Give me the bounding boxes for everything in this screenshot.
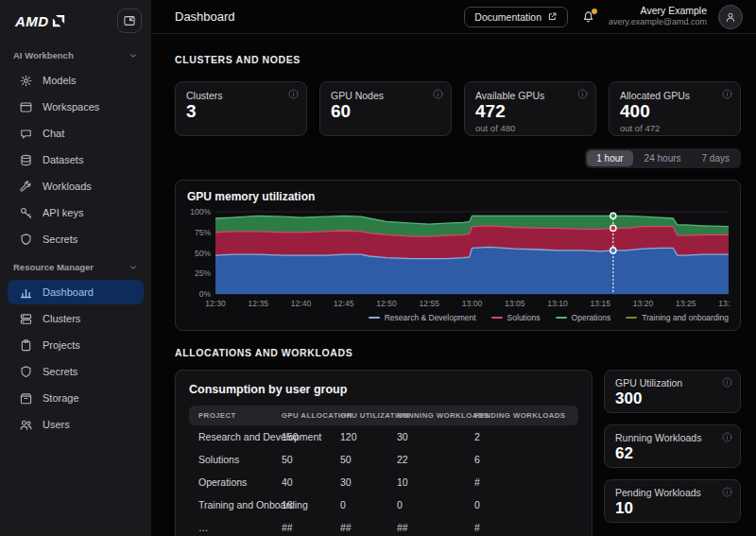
chevron-down-icon [129, 51, 138, 61]
table-cell-pending_workloads: 0 [474, 499, 578, 510]
table-cell-running_workloads: 10 [397, 476, 474, 488]
stat-card-clusters: Clusters3 [175, 81, 307, 136]
avatar[interactable] [718, 5, 743, 29]
amd-logo-text: AMD [15, 13, 49, 29]
table-row: Training and Onboarding16000 [189, 493, 578, 516]
legend-item-operations[interactable]: Operations [556, 313, 611, 322]
sidebar-item-chat[interactable]: Chat [8, 121, 144, 146]
page-title: Dashboard [175, 9, 235, 24]
chart-legend: Research & DevelopmentSolutionsOperation… [187, 313, 729, 324]
documentation-button[interactable]: Documentation [464, 7, 568, 27]
info-icon[interactable] [721, 486, 733, 498]
collapse-sidebar-button[interactable] [117, 9, 142, 33]
svg-text:0%: 0% [199, 289, 212, 299]
sidebar-item-workspaces[interactable]: Workspaces [8, 95, 144, 119]
gpu-memory-chart[interactable]: 0%25%50%75%100%12:3012:3512:4012:4512:50… [187, 207, 730, 311]
legend-item-research-development[interactable]: Research & Development [369, 313, 476, 322]
table-cell-project: Operations [189, 476, 282, 488]
key-icon [19, 206, 33, 220]
window-icon [19, 100, 33, 114]
table-header-row: PROJECTGPU ALLOCATIONGPU UTILIZATIONRUNN… [189, 406, 578, 425]
stat-card-gpu-nodes: GPU Nodes60 [319, 81, 452, 136]
info-icon[interactable] [721, 376, 733, 389]
table-cell-gpu_allocation: 40 [282, 476, 340, 488]
time-range-option-24-hours[interactable]: 24 hours [635, 150, 691, 166]
legend-item-training-and-onboarding[interactable]: Training and onboarding [626, 313, 729, 322]
svg-text:12:40: 12:40 [291, 299, 312, 308]
legend-swatch [369, 317, 380, 320]
sidebar-item-api-keys[interactable]: API keys [8, 200, 144, 225]
info-icon[interactable] [576, 88, 589, 100]
kpi-card-value: 62 [615, 444, 730, 463]
time-range-option-1-hour[interactable]: 1 hour [587, 150, 632, 166]
sidebar-item-label: Chat [43, 128, 64, 139]
svg-text:100%: 100% [190, 207, 211, 216]
svg-text:25%: 25% [195, 268, 211, 278]
table-cell-project: … [189, 522, 282, 533]
server-icon [19, 312, 33, 326]
shield-icon [19, 365, 33, 379]
table-column-header: GPU ALLOCATION [282, 411, 340, 420]
svg-text:12:50: 12:50 [376, 299, 397, 308]
wrench-icon [19, 180, 33, 194]
info-icon[interactable] [721, 88, 733, 100]
clipboard-icon [19, 338, 33, 353]
table-row: Research and Development150120302 [189, 425, 578, 448]
kpi-card-column: GPU Utilization300Running Workloads62Pen… [604, 370, 741, 523]
main-area: Dashboard Documentation [151, 0, 756, 536]
info-icon[interactable] [432, 88, 444, 100]
table-cell-gpu_allocation: 150 [282, 431, 340, 442]
stat-card-label: GPU Nodes [331, 90, 440, 101]
table-cell-gpu_utilization: 50 [340, 454, 397, 465]
info-icon[interactable] [287, 88, 300, 100]
kpi-card-label: Running Workloads [615, 432, 730, 443]
kpi-card-label: Pending Workloads [615, 487, 730, 498]
chat-bubble-icon [19, 127, 33, 141]
legend-swatch [556, 317, 567, 320]
sidebar-item-projects[interactable]: Projects [8, 333, 144, 357]
table-row-clipped: …####### [189, 516, 578, 536]
nav-group-header-resource-manager[interactable]: Resource Manager [0, 253, 151, 278]
bottom-grid: Consumption by user group PROJECTGPU ALL… [175, 370, 741, 536]
nav-group-header-ai-workbench[interactable]: AI Workbench [0, 42, 151, 66]
kpi-card-value: 10 [615, 499, 730, 518]
table-cell-project: Training and Onboarding [189, 499, 282, 510]
sidebar-item-dashboard[interactable]: Dashboard [8, 280, 144, 304]
notifications-button[interactable] [579, 8, 597, 26]
sidebar-item-storage[interactable]: Storage [8, 386, 144, 410]
sidebar-item-rm-secrets[interactable]: Secrets [8, 359, 144, 384]
info-icon[interactable] [721, 431, 733, 443]
sidebar-item-models[interactable]: Models [8, 68, 144, 93]
sidebar-item-datasets[interactable]: Datasets [8, 147, 144, 172]
table-body: Research and Development150120302Solutio… [189, 425, 578, 536]
sidebar-item-label: Storage [43, 392, 79, 404]
table-cell-gpu_allocation: 50 [282, 454, 340, 465]
amd-arrow-icon [52, 14, 65, 27]
table-cell-pending_workloads: 6 [474, 454, 578, 465]
sidebar-item-label: Datasets [43, 154, 83, 165]
stat-card-value: 3 [186, 102, 296, 122]
header-actions: Documentation Ave [464, 5, 743, 29]
chart-title: GPU memory utilization [187, 190, 729, 203]
sidebar-item-label: Workspaces [43, 101, 99, 112]
sidebar-item-secrets[interactable]: Secrets [8, 227, 144, 251]
table-cell-running_workloads: 22 [397, 454, 474, 465]
sidebar-item-workloads[interactable]: Workloads [8, 174, 144, 199]
table-cell-gpu_utilization: ## [340, 522, 397, 533]
svg-text:13:10: 13:10 [547, 299, 568, 308]
svg-text:13:25: 13:25 [676, 299, 696, 308]
top-header: Dashboard Documentation [151, 0, 756, 34]
legend-item-solutions[interactable]: Solutions [491, 313, 541, 322]
user-email: avery.example@amd.com [609, 17, 707, 27]
svg-text:12:30: 12:30 [205, 299, 226, 308]
sidebar-item-clusters[interactable]: Clusters [8, 306, 144, 331]
table-cell-gpu_utilization: 30 [340, 476, 397, 488]
gear-icon [19, 74, 33, 88]
box-icon [19, 391, 33, 406]
time-range-option-7-days[interactable]: 7 days [693, 150, 739, 166]
sidebar-item-users[interactable]: Users [8, 412, 144, 437]
users-icon [19, 418, 33, 432]
sidebar-item-label: API keys [43, 207, 83, 218]
stat-card-value: 60 [331, 102, 440, 122]
sidebar-item-label: Clusters [43, 313, 80, 324]
